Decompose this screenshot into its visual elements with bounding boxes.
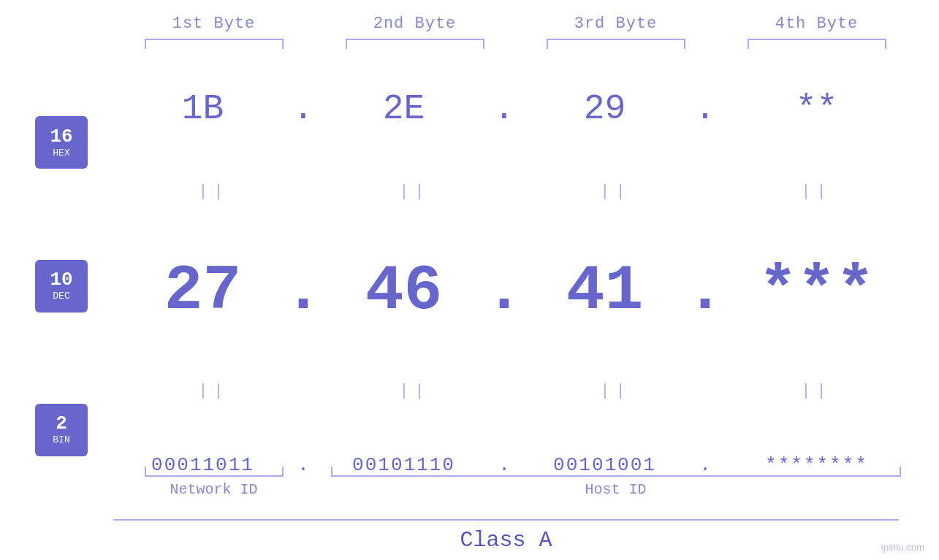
- hex-cell-4: **: [716, 89, 917, 129]
- eq2-c2: ||: [314, 379, 515, 403]
- eq2-c1: ||: [113, 379, 314, 403]
- bottom-section: Network ID Host ID Class A ipshu.com: [0, 465, 939, 560]
- dec-val-2: 46: [314, 255, 493, 327]
- main-container: 1st Byte 2nd Byte 3rd Byte 4th Byte 16 H…: [0, 0, 939, 560]
- dec-cell-2: 46 .: [314, 255, 515, 327]
- eq-symbol-4: ||: [801, 183, 832, 201]
- hex-dot-2: .: [493, 89, 515, 129]
- network-bracket: [145, 467, 284, 477]
- hex-val-3: 29: [515, 89, 694, 129]
- bracket-top-2: [346, 39, 484, 49]
- hex-cell-1: 1B .: [113, 89, 314, 129]
- hex-val-4: **: [716, 89, 917, 129]
- byte2-header: 2nd Byte: [314, 15, 515, 33]
- hex-cell-3: 29 .: [515, 89, 716, 129]
- dec-cell-3: 41 .: [515, 255, 716, 327]
- bracket-cell-2: [314, 39, 515, 49]
- hex-cell-2: 2E .: [314, 89, 515, 129]
- byte-headers: 1st Byte 2nd Byte 3rd Byte 4th Byte: [113, 15, 939, 33]
- top-brackets: [113, 39, 939, 49]
- hex-badge-num: 16: [50, 127, 72, 146]
- hex-dot-3: .: [694, 89, 716, 129]
- network-id-label: Network ID: [170, 481, 257, 498]
- byte4-header: 4th Byte: [716, 15, 917, 33]
- eq1-c4: ||: [716, 180, 917, 204]
- hex-badge: 16 HEX: [35, 116, 88, 169]
- dec-dot-3: .: [694, 255, 716, 327]
- dec-badge: 10 DEC: [35, 260, 88, 312]
- dec-val-1: 27: [113, 255, 292, 327]
- watermark: ipshu.com: [881, 542, 924, 553]
- dec-row: 27 . 46 . 41 . ***: [113, 255, 939, 327]
- bracket-top-1: [145, 39, 284, 49]
- equals-row-2: || || || ||: [113, 379, 939, 403]
- bracket-cell-4: [716, 39, 917, 49]
- dec-cell-4: ***: [716, 255, 917, 327]
- host-bracket: [331, 467, 901, 477]
- dec-cell-1: 27 .: [113, 255, 314, 327]
- dec-badge-label: DEC: [53, 291, 69, 302]
- eq2-c4: ||: [716, 379, 917, 403]
- dec-val-3: 41: [515, 255, 694, 327]
- network-id-section: Network ID: [113, 467, 314, 498]
- eq2-c3: ||: [515, 379, 716, 403]
- class-bracket-line: [113, 519, 899, 521]
- byte3-header: 3rd Byte: [515, 15, 716, 33]
- bin-badge-num: 2: [56, 414, 67, 433]
- dec-val-4: ***: [716, 255, 917, 327]
- bracket-cell-1: [113, 39, 314, 49]
- eq-symbol-1: ||: [198, 183, 229, 201]
- host-id-label: Host ID: [585, 481, 646, 498]
- byte1-header: 1st Byte: [113, 15, 314, 33]
- dec-dot-1: .: [292, 255, 314, 327]
- bin-badge-label: BIN: [53, 434, 69, 445]
- bracket-top-3: [547, 39, 685, 49]
- bracket-cell-3: [515, 39, 716, 49]
- class-section: Class A: [113, 519, 899, 553]
- host-id-section: Host ID: [314, 467, 917, 498]
- eq-symbol-6: ||: [399, 382, 430, 400]
- eq1-c2: ||: [314, 180, 515, 204]
- hex-badge-label: HEX: [53, 147, 69, 158]
- bracket-top-4: [748, 39, 886, 49]
- hex-val-2: 2E: [314, 89, 493, 129]
- dec-badge-num: 10: [50, 270, 72, 289]
- eq-symbol-2: ||: [399, 183, 430, 201]
- id-section: Network ID Host ID: [113, 467, 939, 498]
- hex-val-1: 1B: [113, 89, 292, 129]
- class-label: Class A: [460, 528, 552, 553]
- dec-dot-2: .: [493, 255, 515, 327]
- eq-symbol-5: ||: [198, 382, 229, 400]
- eq-symbol-7: ||: [600, 382, 631, 400]
- eq1-c3: ||: [515, 180, 716, 204]
- eq-symbol-3: ||: [600, 183, 631, 201]
- eq1-c1: ||: [113, 180, 314, 204]
- hex-row: 1B . 2E . 29 . **: [113, 89, 939, 129]
- eq-symbol-8: ||: [801, 382, 832, 400]
- hex-dot-1: .: [292, 89, 314, 129]
- bin-badge: 2 BIN: [35, 404, 88, 456]
- equals-row-1: || || || ||: [113, 180, 939, 204]
